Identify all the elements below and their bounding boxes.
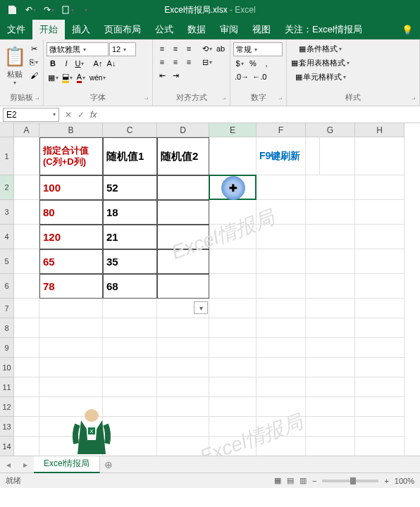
cancel-formula-icon[interactable]: ✕ [62,110,75,120]
formula-input[interactable] [99,108,420,122]
cell-G9[interactable] [306,338,355,358]
zoom-out-button[interactable]: − [312,477,316,485]
zoom-level[interactable]: 100% [395,477,414,485]
redo-icon[interactable]: ↷▾ [41,2,56,18]
align-left-button[interactable]: ≡ [156,56,168,68]
cell-G13[interactable] [306,417,355,437]
cell-D1[interactable]: 随机值2 [157,137,209,175]
cell-D13[interactable] [157,417,209,437]
comma-button[interactable]: , [260,57,273,70]
phonetic-button[interactable]: wén▾ [88,71,107,84]
cell-E1[interactable] [209,137,257,175]
cell-H11[interactable] [355,377,404,397]
cell-F10[interactable] [257,358,306,377]
borders-button[interactable]: ▦▾ [47,71,60,84]
cell-G6[interactable] [306,274,355,299]
select-all-corner[interactable] [0,123,14,137]
font-color-button[interactable]: A▾ [75,71,87,84]
row-header-12[interactable]: 12 [0,397,14,417]
cell-A14[interactable] [14,437,39,456]
cell-A8[interactable] [14,318,39,338]
cell-H8[interactable] [355,318,404,338]
cell-F8[interactable] [257,318,306,338]
cell-A6[interactable] [14,274,39,299]
cell-B9[interactable] [39,338,103,358]
zoom-slider[interactable] [322,480,378,482]
worksheet-grid[interactable]: ABCDEFGH 1234567891011121314 指定合计值(C列+D列… [0,123,420,456]
cell-A10[interactable] [14,358,39,377]
cell-G2[interactable] [306,175,355,200]
paste-options-icon[interactable]: ▾ [194,301,208,314]
cell-A13[interactable] [14,417,39,437]
cell-E10[interactable] [209,358,257,377]
cell-F4[interactable] [257,225,306,249]
view-pagebreak-icon[interactable]: ▥ [299,476,307,485]
tab-nav-next[interactable]: ▸ [17,460,34,470]
cell-E9[interactable] [209,338,257,358]
cell-C2[interactable]: 52 [103,175,157,200]
cell-H2[interactable] [355,175,404,200]
cell-A1[interactable] [14,137,39,175]
row-header-2[interactable]: 2 [0,175,14,200]
row-header-1[interactable]: 1 [0,137,14,175]
cell-H12[interactable] [355,397,404,417]
tell-me-icon[interactable]: 💡 [395,25,420,35]
orientation-button[interactable]: ⟲▾ [201,42,214,55]
add-sheet-button[interactable]: ⊕ [100,459,117,470]
tab-formula[interactable]: 公式 [148,20,180,39]
view-normal-icon[interactable]: ▦ [274,476,281,485]
cell-B6[interactable]: 78 [39,274,103,299]
cell-H7[interactable] [355,299,404,318]
tab-file[interactable]: 文件 [0,20,32,39]
touch-icon[interactable]: ▾ [59,2,75,18]
cell-C10[interactable] [103,358,157,377]
row-header-6[interactable]: 6 [0,274,14,299]
tab-view[interactable]: 视图 [245,20,278,39]
copy-button[interactable]: ⎘▾ [27,56,40,68]
tab-data[interactable]: 数据 [180,20,213,39]
cell-F6[interactable] [257,274,306,299]
view-layout-icon[interactable]: ▤ [287,476,294,485]
cell-A4[interactable] [14,225,39,249]
cell-D5[interactable] [157,249,209,274]
increase-font-button[interactable]: A↑ [92,57,104,70]
cell-F3[interactable] [257,200,306,225]
cell-C9[interactable] [103,338,157,358]
increase-decimal-button[interactable]: .0→ [233,70,250,83]
percent-button[interactable]: % [247,57,259,70]
tab-review[interactable]: 审阅 [213,20,245,39]
cell-D2[interactable] [157,175,209,200]
cell-G10[interactable] [306,358,355,377]
cut-button[interactable]: ✂ [27,42,40,55]
cell-H6[interactable] [355,274,404,299]
tab-layout[interactable]: 页面布局 [97,20,148,39]
cell-G5[interactable] [306,249,355,274]
align-center-button[interactable]: ≡ [169,56,182,68]
column-header-H[interactable]: H [355,123,404,137]
row-header-14[interactable]: 14 [0,437,14,456]
cell-E5[interactable] [209,249,257,274]
cell-C6[interactable]: 68 [103,274,157,299]
font-size-combo[interactable]: 12▾ [109,42,136,56]
number-format-combo[interactable]: 常规▾ [233,42,283,56]
align-right-button[interactable]: ≡ [183,56,195,68]
save-icon[interactable] [4,2,20,18]
cell-G3[interactable] [306,200,355,225]
cell-H9[interactable] [355,338,404,358]
cell-D14[interactable] [157,437,209,456]
cell-F7[interactable] [257,299,306,318]
cell-C7[interactable] [103,299,157,318]
cell-H14[interactable] [355,437,404,456]
cell-D4[interactable] [157,225,209,249]
cell-E12[interactable] [209,397,257,417]
row-header-3[interactable]: 3 [0,200,14,225]
cell-A7[interactable] [14,299,39,318]
fx-icon[interactable]: fx [87,110,99,120]
cell-H3[interactable] [355,200,404,225]
column-header-C[interactable]: C [103,123,157,137]
cell-F1[interactable]: F9键刷新 [257,137,320,175]
cell-A5[interactable] [14,249,39,274]
fill-color-button[interactable]: ⬓▾ [61,70,74,84]
column-header-A[interactable]: A [14,123,39,137]
conditional-format-button[interactable]: ▦ 条件格式▾ [290,42,351,56]
